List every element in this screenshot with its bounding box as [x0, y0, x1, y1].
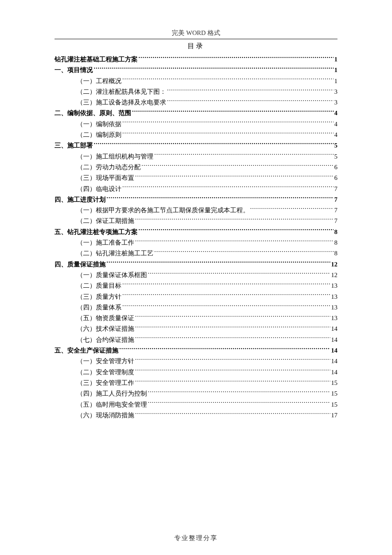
toc-entry[interactable]: （一）施工准备工作8 [55, 237, 337, 248]
toc-entry[interactable]: （二）安全管理制度14 [55, 367, 337, 378]
toc-entry-page: 15 [331, 378, 337, 388]
table-of-contents: 钻孔灌注桩基础工程施工方案1一、项目情况1（一）工程概况1（二）灌注桩配筋具体见… [55, 54, 337, 421]
toc-entry[interactable]: （一）施工组织机构与管理5 [55, 151, 337, 162]
toc-leader-dots [135, 379, 330, 385]
toc-entry[interactable]: （一）安全管理方针14 [55, 356, 337, 367]
toc-entry[interactable]: 二、编制依据、原则、范围4 [55, 108, 337, 119]
toc-entry-label: （四）质量体系 [77, 302, 121, 313]
toc-entry[interactable]: （二）劳动力动态分配6 [55, 162, 337, 173]
toc-entry-label: （三）现场平面布置 [77, 173, 134, 183]
toc-entry[interactable]: 三、施工部署5 [55, 140, 337, 151]
toc-leader-dots [119, 346, 330, 353]
toc-entry[interactable]: （五）物资质量保证13 [55, 313, 337, 324]
toc-entry-label: 五、安全生产保证措施 [55, 345, 118, 356]
toc-entry-page: 3 [334, 87, 338, 97]
toc-entry-page: 4 [334, 119, 338, 130]
toc-entry-page: 15 [331, 388, 337, 399]
toc-entry-page: 1 [334, 76, 338, 87]
toc-entry-page: 14 [331, 335, 337, 345]
toc-leader-dots [148, 271, 330, 277]
toc-entry-label: （二）编制原则 [77, 130, 121, 140]
toc-entry-page: 12 [331, 270, 337, 280]
toc-entry[interactable]: （二）保证工期措施7 [55, 216, 337, 226]
toc-entry-label: （三）安全管理工作 [77, 378, 134, 388]
toc-entry-label: 一、项目情况 [55, 65, 93, 75]
toc-entry-label: 钻孔灌注桩基础工程施工方案 [55, 54, 138, 65]
toc-entry[interactable]: （四）质量体系13 [55, 302, 337, 313]
toc-leader-dots [135, 335, 330, 342]
document-page: 完美 WORD 格式 目录 钻孔灌注桩基础工程施工方案1一、项目情况1（一）工程… [0, 0, 392, 555]
toc-entry[interactable]: （二）质量目标13 [55, 280, 337, 291]
toc-entry[interactable]: 钻孔灌注桩基础工程施工方案1 [55, 54, 337, 65]
toc-entry[interactable]: （五）临时用电安全管理15 [55, 399, 337, 410]
toc-entry-label: （一）编制依据 [77, 119, 121, 130]
toc-entry-page: 17 [331, 410, 337, 421]
toc-entry-label: （一）施工组织机构与管理 [77, 151, 153, 162]
toc-leader-dots [154, 249, 334, 255]
toc-entry-label: （一）根据甲方要求的各施工节点工期保质保量完成本工程。 [77, 205, 249, 216]
toc-entry[interactable]: （三）现场平面布置6 [55, 173, 337, 183]
toc-entry-label: 三、施工部署 [55, 140, 93, 151]
toc-leader-dots [94, 141, 334, 147]
toc-entry-label: （一）安全管理方针 [77, 356, 134, 367]
toc-entry[interactable]: （一）质量保证体系框图12 [55, 270, 337, 280]
toc-entry[interactable]: （一）工程概况1 [55, 76, 337, 87]
toc-leader-dots [135, 238, 334, 245]
toc-leader-dots [122, 120, 334, 126]
toc-entry-label: （六）现场消防措施 [77, 410, 134, 421]
toc-entry[interactable]: （三）施工设备选择及水电要求3 [55, 97, 337, 108]
toc-entry-page: 5 [334, 151, 338, 162]
toc-leader-dots [122, 303, 330, 309]
page-header: 完美 WORD 格式 [26, 29, 366, 37]
toc-entry-page: 13 [331, 302, 337, 313]
toc-entry[interactable]: （四）施工人员行为控制15 [55, 388, 337, 399]
toc-entry[interactable]: 五、安全生产保证措施14 [55, 345, 337, 356]
toc-entry-label: （六）技术保证措施 [77, 324, 134, 334]
toc-leader-dots [94, 66, 334, 72]
toc-entry-page: 13 [331, 292, 337, 302]
toc-entry[interactable]: （六）技术保证措施14 [55, 324, 337, 334]
toc-entry[interactable]: 四、质量保证措施12 [55, 259, 337, 270]
page-footer: 专业整理分享 [0, 534, 392, 542]
toc-entry-page: 14 [331, 324, 337, 334]
toc-leader-dots [122, 281, 330, 288]
toc-entry-page: 8 [334, 237, 338, 248]
toc-entry-label: （七）合约保证措施 [77, 335, 134, 345]
toc-entry[interactable]: （四）临电设计7 [55, 184, 337, 194]
toc-leader-dots [107, 195, 334, 202]
toc-entry-page: 12 [331, 259, 337, 270]
toc-entry-label: （二）保证工期措施 [77, 216, 134, 226]
toc-entry[interactable]: 一、项目情况1 [55, 65, 337, 75]
toc-entry-page: 5 [334, 140, 338, 151]
toc-entry[interactable]: 五、钻孔灌注桩专项施工方案8 [55, 227, 337, 237]
toc-entry[interactable]: （二）灌注桩配筋具体见下图：3 [55, 87, 337, 97]
toc-leader-dots [154, 152, 334, 159]
toc-entry[interactable]: （一）编制依据4 [55, 119, 337, 130]
toc-leader-dots [122, 77, 334, 83]
toc-entry[interactable]: （二）编制原则4 [55, 130, 337, 140]
toc-entry-label: （二）质量目标 [77, 280, 121, 291]
toc-leader-dots [135, 314, 330, 320]
toc-entry-page: 1 [334, 54, 338, 65]
toc-leader-dots [135, 324, 330, 331]
toc-entry-page: 7 [334, 194, 338, 205]
toc-entry[interactable]: （三）质量方针13 [55, 292, 337, 302]
toc-entry-page: 13 [331, 313, 337, 324]
toc-entry[interactable]: （二）钻孔灌注桩施工工艺8 [55, 248, 337, 259]
toc-entry-page: 7 [334, 205, 338, 216]
toc-leader-dots [250, 206, 334, 212]
toc-leader-dots [167, 87, 334, 94]
toc-entry-page: 3 [334, 97, 338, 108]
toc-entry-label: 五、钻孔灌注桩专项施工方案 [55, 227, 138, 237]
toc-entry-label: 二、编制依据、原则、范围 [55, 108, 131, 119]
toc-entry[interactable]: （三）安全管理工作15 [55, 378, 337, 388]
toc-entry[interactable]: 四、施工进度计划7 [55, 194, 337, 205]
toc-entry-label: （三）施工设备选择及水电要求 [77, 97, 166, 108]
toc-entry-page: 4 [334, 130, 338, 140]
toc-entry[interactable]: （七）合约保证措施14 [55, 335, 337, 345]
toc-entry[interactable]: （一）根据甲方要求的各施工节点工期保质保量完成本工程。7 [55, 205, 337, 216]
toc-leader-dots [135, 411, 330, 417]
toc-entry-page: 13 [331, 280, 337, 291]
toc-entry[interactable]: （六）现场消防措施17 [55, 410, 337, 421]
toc-entry-page: 1 [334, 65, 338, 75]
